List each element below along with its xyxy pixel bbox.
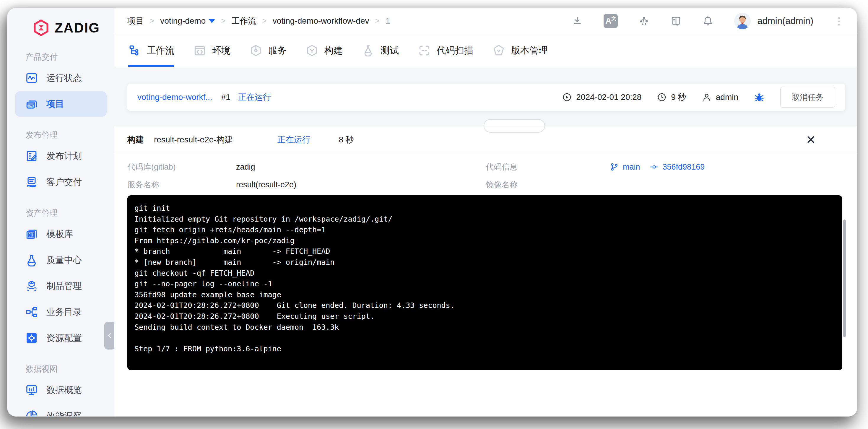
pie-chart-icon [25,409,38,416]
avatar [734,13,751,29]
chevron-left-icon [106,332,114,339]
tab-label: 构建 [324,44,343,57]
sidebar-item-label: 项目 [46,98,64,110]
sidebar-section-release-mgmt: 发布管理 [7,130,114,140]
sidebar-item-efficiency-insight[interactable]: 效能洞察 [15,403,107,416]
language-letter: A [606,16,611,26]
breadcrumb-separator: > [150,16,154,25]
more-menu-icon[interactable]: ⋮ [834,19,844,23]
brand-logo[interactable]: ZADIG [7,17,114,39]
field-label: 代码信息 [486,162,610,172]
field-service-name: 服务名称 result(result-e2e) [127,179,486,190]
test-flask-icon [362,44,375,57]
sidebar-section-data-views: 数据视图 [7,364,114,374]
breadcrumb-project-select[interactable]: voting-demo [160,16,215,26]
sidebar-item-label: 数据概览 [46,384,82,396]
svg-text:PM: PM [28,104,34,108]
service-icon [249,44,262,57]
sidebar-item-customer-delivery[interactable]: 客户交付 [15,169,107,195]
sidebar-item-artifact-mgmt[interactable]: 制品管理 [15,273,107,299]
tab-environments[interactable]: 环境 [193,34,230,67]
sidebar-item-quality-center[interactable]: 质量中心 [15,247,107,273]
tab-services[interactable]: 服务 [249,34,286,67]
field-label: 服务名称 [127,179,236,190]
language-icon[interactable]: A文 [603,14,618,28]
artifact-box-icon [25,279,38,293]
panel-scrollbar[interactable] [843,219,846,337]
topbar: 项目 > voting-demo > 工作流 > voting-demo-wor… [114,8,857,34]
caret-down-icon [209,19,215,23]
close-icon[interactable]: ✕ [806,134,816,146]
build-log-text: git init Initialized empty Git repositor… [134,203,835,354]
code-scan-icon [418,44,431,57]
sidebar-item-running-status[interactable]: 运行状态 [15,65,107,91]
debug-toggle[interactable] [754,92,765,103]
sidebar-item-label: 发布计划 [46,150,82,162]
data-overview-icon [25,384,38,397]
sidebar-item-release-plan[interactable]: 发布计划 [15,143,107,169]
breadcrumb-task-number: 1 [385,16,390,26]
tab-label: 服务 [268,44,286,57]
tab-workflows[interactable]: 工作流 [128,34,174,67]
field-label: 代码库(gitlab) [127,162,236,172]
user-menu[interactable]: admin(admin) [734,13,813,29]
tab-version-mgmt[interactable]: 版本管理 [492,34,548,67]
breadcrumb-workflow-name[interactable]: voting-demo-workflow-dev [273,16,369,26]
branch-name-link[interactable]: main [623,162,640,172]
tab-tests[interactable]: 测试 [362,34,399,67]
brand-name: ZADIG [55,20,100,36]
run-workflow-name-link[interactable]: voting-demo-workf... [137,92,212,102]
sidebar-item-label: 运行状态 [46,72,82,84]
bug-icon [754,92,765,103]
flask-icon [25,253,38,267]
field-value: zadig [236,162,255,172]
breadcrumb-separator: > [221,16,225,25]
sidebar-item-business-catalog[interactable]: 业务目录 [15,299,107,325]
notifications-bell-icon[interactable] [702,16,713,27]
clock-icon [657,92,667,102]
docs-icon[interactable] [670,16,682,27]
tab-label: 工作流 [147,44,174,57]
sidebar-section-asset-mgmt: 资产管理 [7,208,114,218]
run-duration: 9 秒 [657,92,686,103]
tab-builds[interactable]: 构建 [306,34,343,67]
sidebar-item-data-overview[interactable]: 数据概览 [15,377,107,403]
sidebar-item-resource-config[interactable]: 资源配置 [15,325,107,351]
sidebar-item-template-library[interactable]: 模板库 [15,221,107,247]
job-name: result-result-e2e-构建 [154,134,233,145]
git-branch-icon [610,162,619,171]
field-repository: 代码库(gitlab) zadig [127,162,486,172]
integrations-icon[interactable] [639,16,650,27]
breadcrumb-projects[interactable]: 项目 [127,16,144,27]
run-summary-card: voting-demo-workf... #1 正在运行 2024-02-01 … [127,84,845,111]
breadcrumb-workflows[interactable]: 工作流 [231,16,256,27]
sidebar-item-label: 效能洞察 [46,410,82,417]
build-log-terminal[interactable]: git init Initialized empty Git repositor… [127,195,842,370]
breadcrumb: 项目 > voting-demo > 工作流 > voting-demo-wor… [127,16,390,27]
customer-delivery-icon [25,176,38,188]
version-icon [492,44,505,57]
topbar-actions: A文 admin(admin) [551,13,844,29]
breadcrumb-separator: > [375,16,379,25]
field-label: 镜像名称 [486,179,610,190]
download-icon[interactable] [572,16,583,27]
resource-config-icon [25,332,38,344]
sidebar-item-projects[interactable]: PM 项目 [15,91,107,117]
build-icon [306,44,318,57]
sidebar-item-label: 模板库 [46,228,73,240]
project-tabbar: 工作流 环境 服务 构建 测试 [114,34,857,67]
field-value: result(result-e2e) [236,180,296,189]
template-library-icon [25,227,38,241]
sidebar-collapse-handle[interactable] [104,322,114,349]
sidebar-section-product-delivery: 产品交付 [7,52,114,62]
run-operator-value: admin [716,92,738,102]
tab-code-scan[interactable]: 代码扫描 [418,34,473,67]
cancel-task-button[interactable]: 取消任务 [780,87,835,108]
tab-label: 版本管理 [511,44,548,57]
sidebar-item-label: 制品管理 [46,280,82,292]
run-status-badge: 正在运行 [238,92,271,103]
run-task-number: #1 [221,92,230,102]
commit-hash-link[interactable]: 356fd98169 [663,162,705,172]
language-sup: 文 [612,16,616,22]
job-info-fields: 代码库(gitlab) zadig 代码信息 main 356fd98169 [114,153,857,193]
